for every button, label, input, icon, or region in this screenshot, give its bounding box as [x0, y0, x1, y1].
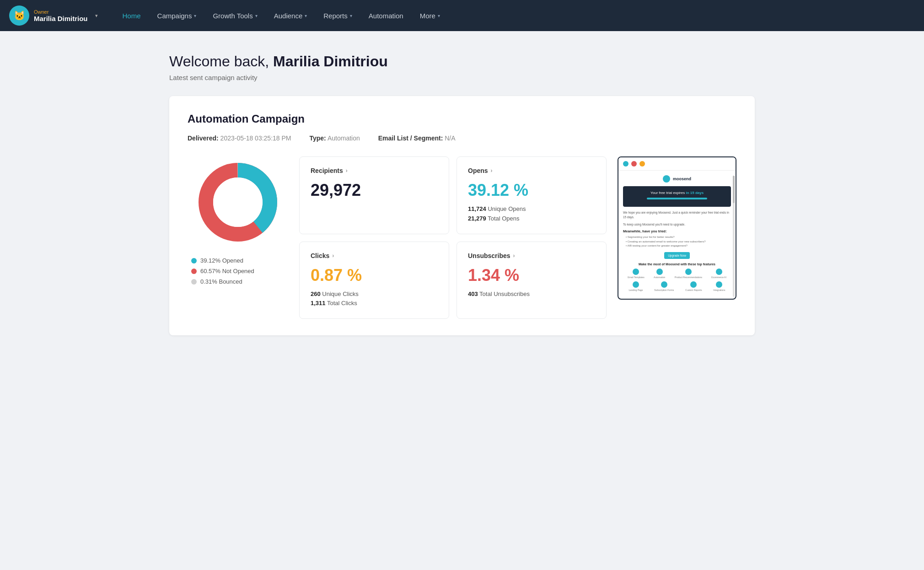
opens-card: Opens › 39.12 % 11,724 Unique Opens 21,2…: [457, 156, 607, 234]
product-recommendations-icon: [685, 269, 692, 275]
opens-percent: 39.12 %: [468, 181, 595, 200]
preview-icon-product-recommendations: Product Recommendations: [675, 269, 702, 279]
clicks-detail: 260 Unique Clicks 1,311 Total Clicks: [311, 290, 438, 309]
clicks-chevron: ›: [332, 253, 334, 259]
preview-progress-bar: [647, 198, 707, 199]
legend-dot-bounced: [191, 279, 197, 285]
audience-dropdown-arrow: ▾: [305, 13, 307, 18]
unsubscribes-card: Unsubscribes › 1.34 % 403 Total Unsubscr…: [457, 242, 607, 319]
more-dropdown-arrow: ▾: [438, 13, 440, 18]
clicks-percent: 0.87 %: [311, 266, 438, 285]
ecommerce-ai-label: Ecommerce AI: [711, 276, 726, 279]
automation-label: Automation: [654, 276, 665, 279]
nav-item-automation[interactable]: Automation: [360, 8, 412, 23]
nav-owner-info: Owner Marilia Dimitriou: [34, 9, 88, 22]
legend-item-bounced: 0.31% Bounced: [191, 278, 254, 285]
legend-dot-not-opened: [191, 269, 197, 274]
preview-dot-gold: [639, 161, 645, 167]
nav-item-more[interactable]: More ▾: [412, 8, 448, 23]
legend-item-not-opened: 60.57% Not Opened: [191, 268, 254, 274]
campaign-title: Automation Campaign: [188, 113, 736, 125]
recipients-header[interactable]: Recipients ›: [311, 167, 438, 174]
nav-item-growth-tools[interactable]: Growth Tools ▾: [204, 8, 265, 23]
preview-scrollbar[interactable]: [733, 176, 735, 297]
brand-logo: 🐱: [9, 5, 29, 26]
nav-item-audience[interactable]: Audience ▾: [266, 8, 316, 23]
custom-reports-icon: [690, 281, 697, 288]
email-list-meta: Email List / Segment: N/A: [378, 134, 456, 142]
preview-icons-row-1: Email Templates Automation Product Recom…: [623, 269, 731, 279]
opens-chevron: ›: [491, 167, 493, 174]
owner-name: Marilia Dimitriou: [34, 15, 88, 22]
opens-detail: 11,724 Unique Opens 21,279 Total Opens: [468, 204, 595, 224]
page-subtitle: Latest sent campaign activity: [169, 74, 755, 81]
preview-cta-button[interactable]: Upgrade Now: [664, 252, 690, 259]
chart-legend: 39.12% Opened 60.57% Not Opened 0.31% Bo…: [191, 257, 254, 285]
clicks-card: Clicks › 0.87 % 260 Unique Clicks 1,311 …: [299, 242, 449, 319]
preview-features-heading: Make the most of Moosend with these top …: [623, 263, 731, 266]
preview-dot-red: [631, 161, 637, 167]
donut-section: 39.12% Opened 60.57% Not Opened 0.31% Bo…: [188, 156, 288, 285]
preview-logo-bar: moosend: [623, 175, 731, 183]
nav-item-reports[interactable]: Reports ▾: [315, 8, 360, 23]
campaigns-dropdown-arrow: ▾: [194, 13, 196, 18]
preview-meanwhile-heading: Meanwhile, have you tried:: [623, 229, 731, 233]
nav-brand[interactable]: 🐱 Owner Marilia Dimitriou ▾: [9, 5, 98, 26]
preview-banner: Your free trial expires in 15 days: [623, 186, 731, 207]
preview-icon-custom-reports: Custom Reports: [685, 281, 702, 291]
product-recommendations-label: Product Recommendations: [675, 276, 702, 279]
recipients-chevron: ›: [346, 167, 348, 174]
opens-header[interactable]: Opens ›: [468, 167, 595, 174]
preview-icon-email-templates: Email Templates: [628, 269, 645, 279]
campaign-card: Automation Campaign Delivered: 2023-05-1…: [169, 96, 755, 335]
custom-reports-label: Custom Reports: [685, 289, 702, 291]
landing-page-icon: [633, 281, 639, 288]
unsubscribes-percent: 1.34 %: [468, 266, 595, 285]
email-templates-icon: [633, 269, 639, 275]
owner-dropdown-arrow[interactable]: ▾: [95, 13, 98, 19]
subscription-forms-label: Subscription Forms: [654, 289, 674, 291]
preview-title-bar: [618, 157, 736, 171]
donut-chart: [192, 156, 284, 248]
campaign-meta: Delivered: 2023-05-18 03:25:18 PM Type: …: [188, 134, 736, 142]
preview-icon-subscription-forms: Subscription Forms: [654, 281, 674, 291]
email-templates-label: Email Templates: [628, 276, 645, 279]
email-preview: moosend Your free trial expires in 15 da…: [618, 156, 736, 300]
preview-icons-row-2: Landing Page Subscription Forms Custom R…: [623, 281, 731, 291]
delivered-meta: Delivered: 2023-05-18 03:25:18 PM: [188, 134, 291, 142]
preview-icon-landing-page: Landing Page: [629, 281, 643, 291]
preview-dot-teal: [623, 161, 629, 167]
navbar: 🐱 Owner Marilia Dimitriou ▾ Home Campaig…: [0, 0, 924, 31]
reports-dropdown-arrow: ▾: [350, 13, 352, 18]
recipients-value: 29,972: [311, 181, 438, 200]
integrations-label: Integrations: [713, 289, 725, 291]
nav-item-home[interactable]: Home: [114, 8, 149, 23]
ecommerce-ai-icon: [716, 269, 722, 275]
welcome-heading: Welcome back, Marilia Dimitriou: [169, 53, 755, 70]
preview-icon-integrations: Integrations: [713, 281, 725, 291]
preview-moosend-icon: [663, 175, 670, 183]
legend-item-opened: 39.12% Opened: [191, 257, 254, 264]
growth-tools-dropdown-arrow: ▾: [255, 13, 258, 18]
svg-point-3: [213, 177, 263, 227]
preview-bullets: • Segmenting your list for better result…: [623, 235, 731, 248]
owner-label: Owner: [34, 9, 88, 15]
nav-links: Home Campaigns ▾ Growth Tools ▾ Audience…: [114, 8, 915, 23]
stats-grid: Recipients › 29,972 Opens › 39.12 % 11,7…: [299, 156, 607, 319]
automation-icon: [656, 269, 663, 275]
unsubscribes-detail: 403 Total Unsubscribes: [468, 290, 595, 299]
subscription-forms-icon: [661, 281, 667, 288]
stats-layout: 39.12% Opened 60.57% Not Opened 0.31% Bo…: [188, 156, 736, 319]
nav-item-campaigns[interactable]: Campaigns ▾: [149, 8, 205, 23]
main-content: Welcome back, Marilia Dimitriou Latest s…: [142, 31, 782, 357]
legend-dot-opened: [191, 258, 197, 263]
preview-trial-highlight: in 15 days: [686, 191, 704, 195]
unsubscribes-header[interactable]: Unsubscribes ›: [468, 252, 595, 259]
preview-intro-text: We hope you are enjoying Moosend. Just a…: [623, 210, 731, 220]
integrations-icon: [716, 281, 722, 288]
recipients-card: Recipients › 29,972: [299, 156, 449, 234]
clicks-header[interactable]: Clicks ›: [311, 252, 438, 259]
preview-moosend-label: moosend: [673, 177, 691, 181]
unsubscribes-chevron: ›: [513, 253, 515, 259]
preview-upgrade-text: To keep using Moosend you'll need to upg…: [623, 222, 731, 227]
